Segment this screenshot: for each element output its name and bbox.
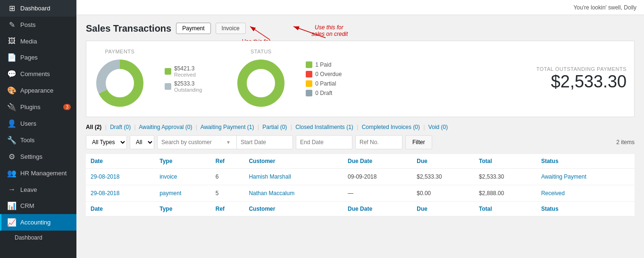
status-legend: 1 Paid 0 Overdue 0 Partial 0 Draft xyxy=(306,61,342,96)
legend-overdue: 0 Overdue xyxy=(306,71,342,77)
tf-customer: Customer xyxy=(244,202,343,216)
search-input[interactable] xyxy=(157,135,237,149)
sidebar-item-media[interactable]: 🖼 Media xyxy=(0,33,76,49)
sidebar-item-accounting[interactable]: 📈 Accounting xyxy=(0,214,76,231)
end-date-input[interactable] xyxy=(296,135,352,149)
filter-button[interactable]: Filter xyxy=(405,135,432,149)
date-link-0[interactable]: 29-08-2018 xyxy=(91,173,119,180)
outstanding-section: TOTAL OUTSTANDING PAYMENTS $2,533.30 xyxy=(536,66,627,92)
th-date: Date xyxy=(86,154,155,169)
table-row: 29-08-2018 payment 5 Nathan Maccalum — $… xyxy=(86,185,635,202)
status-chart: STATUS xyxy=(235,49,287,109)
sidebar-item-hr-management[interactable]: 👥 HR Management xyxy=(0,165,76,181)
payments-chart-label: PAYMENTS xyxy=(105,49,135,54)
content-area: Sales Transactions Payment Invoice Use t… xyxy=(76,15,644,258)
sidebar-item-tools[interactable]: 🔧 Tools xyxy=(0,132,76,148)
status-select[interactable]: All xyxy=(130,135,154,149)
filter-awaiting-payment[interactable]: Awaiting Payment (1) xyxy=(201,124,254,130)
sidebar-item-label: Accounting xyxy=(20,219,50,226)
sidebar-item-label: CRM xyxy=(20,202,34,209)
table-body: 29-08-2018 invoice 6 Hamish Marshall 09-… xyxy=(86,169,635,202)
type-link-1[interactable]: payment xyxy=(159,190,181,197)
payments-donut-svg xyxy=(94,57,146,109)
cell-ref-1: 5 xyxy=(211,185,244,202)
draft-color xyxy=(306,90,312,96)
draft-label: 0 Draft xyxy=(315,90,332,96)
payments-legend: $5421.3 Received $2533.3 Outstanding xyxy=(165,65,202,93)
plugins-badge: 3 xyxy=(63,104,71,110)
sidebar-item-label: Dashboard xyxy=(20,5,50,12)
legend-received: $5421.3 Received xyxy=(165,65,202,77)
overdue-color xyxy=(306,71,312,77)
status-donut-svg xyxy=(235,57,287,109)
sidebar-item-plugins[interactable]: 🔌 Plugins 3 xyxy=(0,99,76,115)
sidebar-item-label: Settings xyxy=(20,153,42,160)
th-type: Type xyxy=(155,154,211,169)
customer-link-1[interactable]: Nathan Maccalum xyxy=(249,190,294,197)
status-link-0[interactable]: Awaiting Payment xyxy=(541,173,586,180)
main-content: You're lookin' swell, Dolly Sales Transa… xyxy=(76,0,644,258)
sidebar: ⊞ Dashboard ✎ Posts 🖼 Media 📄 Pages 💬 Co… xyxy=(0,0,76,258)
start-date-input[interactable] xyxy=(236,135,293,149)
cell-due-date-0: 09-09-2018 xyxy=(343,169,412,185)
transactions-table: Date Type Ref Customer Due Date Due Tota… xyxy=(86,154,635,216)
paid-label: 1 Paid xyxy=(315,61,331,68)
filter-void[interactable]: Void (0) xyxy=(428,124,448,130)
outstanding-total-label: TOTAL OUTSTANDING PAYMENTS xyxy=(536,66,627,72)
appearance-icon: 🎨 xyxy=(7,86,17,95)
type-link-0[interactable]: invoice xyxy=(159,173,177,180)
sidebar-item-sub-dashboard[interactable]: Dashboard xyxy=(0,231,76,245)
cell-ref-0: 6 xyxy=(211,169,244,185)
outstanding-total-value: $2,533.30 xyxy=(536,72,627,92)
sidebar-item-appearance[interactable]: 🎨 Appearance xyxy=(0,82,76,99)
crm-icon: 📊 xyxy=(7,201,17,210)
filter-tabs: All (2) | Draft (0) | Awaiting Approval … xyxy=(86,124,635,130)
filter-draft[interactable]: Draft (0) xyxy=(110,124,131,130)
filter-awaiting-approval[interactable]: Awaiting Approval (0) xyxy=(139,124,192,130)
filter-partial[interactable]: Partial (0) xyxy=(262,124,287,130)
th-total: Total xyxy=(474,154,536,169)
filter-closed-installments[interactable]: Closed Installments (1) xyxy=(295,124,353,130)
sidebar-item-users[interactable]: 👤 Users xyxy=(0,115,76,132)
sidebar-item-comments[interactable]: 💬 Comments xyxy=(0,66,76,82)
status-link-1[interactable]: Received xyxy=(541,190,565,197)
table-footer-row: Date Type Ref Customer Due Date Due Tota… xyxy=(86,202,635,216)
sidebar-item-settings[interactable]: ⚙ Settings xyxy=(0,148,76,165)
sidebar-item-label: Users xyxy=(20,120,36,127)
svg-point-10 xyxy=(107,70,133,96)
type-select[interactable]: All Types xyxy=(86,135,127,149)
tab-payment[interactable]: Payment xyxy=(176,23,210,34)
dashboard-icon: ⊞ xyxy=(7,4,17,13)
tf-date: Date xyxy=(86,202,155,216)
th-customer: Customer xyxy=(244,154,343,169)
items-count: 2 items xyxy=(616,139,635,146)
tf-due-date: Due Date xyxy=(343,202,412,216)
filter-completed-invoices[interactable]: Completed Invoices (0) xyxy=(362,124,420,130)
tf-type: Type xyxy=(155,202,211,216)
partial-color xyxy=(306,80,312,87)
cell-date-1: 29-08-2018 xyxy=(86,185,155,202)
cell-type-0: invoice xyxy=(155,169,211,185)
sidebar-item-pages[interactable]: 📄 Pages xyxy=(0,49,76,66)
table-header-row: Date Type Ref Customer Due Date Due Tota… xyxy=(86,154,635,169)
filter-all[interactable]: All (2) xyxy=(86,124,101,130)
sidebar-item-crm[interactable]: 📊 CRM xyxy=(0,198,76,214)
ref-no-input[interactable] xyxy=(355,135,402,149)
topbar: You're lookin' swell, Dolly xyxy=(76,0,644,15)
overdue-label: 0 Overdue xyxy=(315,71,342,77)
toolbar-row: All Types All ▾ Filter 2 items xyxy=(86,135,635,149)
tf-due: Due xyxy=(412,202,474,216)
page-title: Sales Transactions xyxy=(86,23,171,34)
sidebar-item-leave[interactable]: → Leave xyxy=(0,181,76,198)
date-link-1[interactable]: 29-08-2018 xyxy=(91,190,119,197)
tab-invoice[interactable]: Invoice xyxy=(216,23,246,34)
tf-status: Status xyxy=(536,202,635,216)
customer-link-0[interactable]: Hamish Marshall xyxy=(249,173,291,180)
cell-customer-1: Nathan Maccalum xyxy=(244,185,343,202)
received-amount: $5421.3 xyxy=(174,65,196,72)
sidebar-item-dashboard[interactable]: ⊞ Dashboard xyxy=(0,0,76,17)
status-donut xyxy=(235,57,287,109)
received-color xyxy=(165,68,171,75)
search-dropdown-arrow: ▾ xyxy=(227,139,230,146)
sidebar-item-posts[interactable]: ✎ Posts xyxy=(0,17,76,33)
